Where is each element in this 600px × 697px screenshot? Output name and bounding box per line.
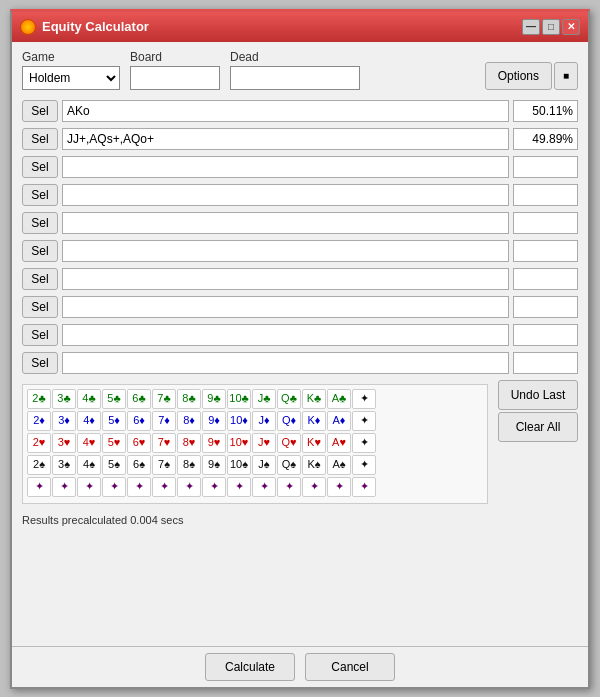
sel-button-1[interactable]: Sel: [22, 128, 58, 150]
card-row2-4[interactable]: 6♦: [127, 411, 151, 431]
card-row2-12[interactable]: A♦: [327, 411, 351, 431]
hand-input-7[interactable]: [62, 296, 509, 318]
card-row4-5[interactable]: 7♠: [152, 455, 176, 475]
card-row3-9[interactable]: J♥: [252, 433, 276, 453]
card-row1-0[interactable]: 2♣: [27, 389, 51, 409]
card-row5-2[interactable]: ✦: [77, 477, 101, 497]
card-row2-9[interactable]: J♦: [252, 411, 276, 431]
card-row2-0[interactable]: 2♦: [27, 411, 51, 431]
card-row4-10[interactable]: Q♠: [277, 455, 301, 475]
card-row1-12[interactable]: A♣: [327, 389, 351, 409]
card-row4-12[interactable]: A♠: [327, 455, 351, 475]
card-row4-3[interactable]: 5♠: [102, 455, 126, 475]
card-row1-8[interactable]: 10♣: [227, 389, 251, 409]
card-row4-1[interactable]: 3♠: [52, 455, 76, 475]
card-row5-1[interactable]: ✦: [52, 477, 76, 497]
card-row3-6[interactable]: 8♥: [177, 433, 201, 453]
clear-all-button[interactable]: Clear All: [498, 412, 578, 442]
sel-button-6[interactable]: Sel: [22, 268, 58, 290]
card-row1-4[interactable]: 6♣: [127, 389, 151, 409]
card-row2-6[interactable]: 8♦: [177, 411, 201, 431]
sel-button-3[interactable]: Sel: [22, 184, 58, 206]
sel-button-7[interactable]: Sel: [22, 296, 58, 318]
card-row2-5[interactable]: 7♦: [152, 411, 176, 431]
card-row5-13[interactable]: ✦: [352, 477, 376, 497]
card-row3-4[interactable]: 6♥: [127, 433, 151, 453]
card-row3-0[interactable]: 2♥: [27, 433, 51, 453]
card-row2-2[interactable]: 4♦: [77, 411, 101, 431]
card-row4-8[interactable]: 10♠: [227, 455, 251, 475]
card-row1-3[interactable]: 5♣: [102, 389, 126, 409]
card-row5-9[interactable]: ✦: [252, 477, 276, 497]
close-button[interactable]: ✕: [562, 19, 580, 35]
card-row3-13[interactable]: ✦: [352, 433, 376, 453]
card-row4-11[interactable]: K♠: [302, 455, 326, 475]
sel-button-4[interactable]: Sel: [22, 212, 58, 234]
card-row3-12[interactable]: A♥: [327, 433, 351, 453]
hand-input-1[interactable]: [62, 128, 509, 150]
card-row5-5[interactable]: ✦: [152, 477, 176, 497]
maximize-button[interactable]: □: [542, 19, 560, 35]
hand-input-9[interactable]: [62, 352, 509, 374]
card-row1-13[interactable]: ✦: [352, 389, 376, 409]
card-row2-1[interactable]: 3♦: [52, 411, 76, 431]
minimize-button[interactable]: —: [522, 19, 540, 35]
hand-input-0[interactable]: [62, 100, 509, 122]
hand-input-5[interactable]: [62, 240, 509, 262]
card-row3-7[interactable]: 9♥: [202, 433, 226, 453]
card-row1-2[interactable]: 4♣: [77, 389, 101, 409]
card-row3-3[interactable]: 5♥: [102, 433, 126, 453]
undo-last-button[interactable]: Undo Last: [498, 380, 578, 410]
card-row5-6[interactable]: ✦: [177, 477, 201, 497]
dead-input[interactable]: [230, 66, 360, 90]
card-row5-0[interactable]: ✦: [27, 477, 51, 497]
hand-input-3[interactable]: [62, 184, 509, 206]
card-row5-4[interactable]: ✦: [127, 477, 151, 497]
sel-button-8[interactable]: Sel: [22, 324, 58, 346]
card-row4-4[interactable]: 6♠: [127, 455, 151, 475]
card-row3-8[interactable]: 10♥: [227, 433, 251, 453]
card-row4-13[interactable]: ✦: [352, 455, 376, 475]
card-row1-1[interactable]: 3♣: [52, 389, 76, 409]
card-row3-5[interactable]: 7♥: [152, 433, 176, 453]
card-row3-2[interactable]: 4♥: [77, 433, 101, 453]
card-row5-12[interactable]: ✦: [327, 477, 351, 497]
game-select[interactable]: Holdem Omaha Omaha Hi-Lo: [22, 66, 120, 90]
board-input[interactable]: [130, 66, 220, 90]
sel-button-9[interactable]: Sel: [22, 352, 58, 374]
card-row1-7[interactable]: 9♣: [202, 389, 226, 409]
card-row2-8[interactable]: 10♦: [227, 411, 251, 431]
card-row5-8[interactable]: ✦: [227, 477, 251, 497]
hand-input-2[interactable]: [62, 156, 509, 178]
card-row1-10[interactable]: Q♣: [277, 389, 301, 409]
cancel-button[interactable]: Cancel: [305, 653, 395, 681]
card-row4-0[interactable]: 2♠: [27, 455, 51, 475]
card-row1-9[interactable]: J♣: [252, 389, 276, 409]
card-row1-5[interactable]: 7♣: [152, 389, 176, 409]
window-controls[interactable]: — □ ✕: [522, 19, 580, 35]
card-row3-11[interactable]: K♥: [302, 433, 326, 453]
hand-input-4[interactable]: [62, 212, 509, 234]
card-row4-2[interactable]: 4♠: [77, 455, 101, 475]
hand-input-8[interactable]: [62, 324, 509, 346]
card-row1-6[interactable]: 8♣: [177, 389, 201, 409]
card-row2-11[interactable]: K♦: [302, 411, 326, 431]
card-row2-10[interactable]: Q♦: [277, 411, 301, 431]
options-button[interactable]: Options: [485, 62, 552, 90]
card-row5-10[interactable]: ✦: [277, 477, 301, 497]
calculate-button[interactable]: Calculate: [205, 653, 295, 681]
card-row5-11[interactable]: ✦: [302, 477, 326, 497]
sel-button-2[interactable]: Sel: [22, 156, 58, 178]
card-row2-3[interactable]: 5♦: [102, 411, 126, 431]
card-row5-3[interactable]: ✦: [102, 477, 126, 497]
card-row4-6[interactable]: 8♠: [177, 455, 201, 475]
card-row3-1[interactable]: 3♥: [52, 433, 76, 453]
card-row3-10[interactable]: Q♥: [277, 433, 301, 453]
card-row1-11[interactable]: K♣: [302, 389, 326, 409]
sel-button-5[interactable]: Sel: [22, 240, 58, 262]
card-row2-13[interactable]: ✦: [352, 411, 376, 431]
options-small-button[interactable]: ■: [554, 62, 578, 90]
card-row2-7[interactable]: 9♦: [202, 411, 226, 431]
card-row4-9[interactable]: J♠: [252, 455, 276, 475]
card-row5-7[interactable]: ✦: [202, 477, 226, 497]
